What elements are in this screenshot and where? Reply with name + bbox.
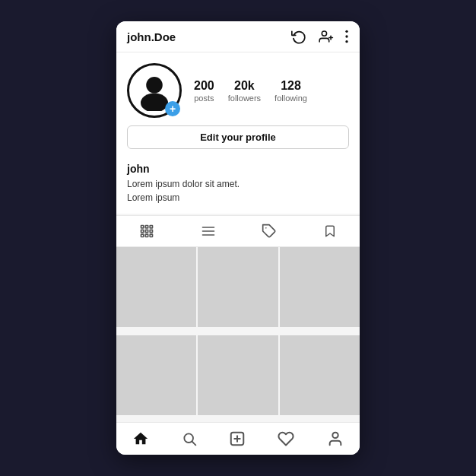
svg-rect-13 [150,230,152,232]
posts-count: 200 [194,78,214,93]
tab-tag[interactable] [262,224,277,239]
profile-row: + 200 posts 20k followers 128 following [127,63,349,118]
bio-line1: Lorem ipsum dolor sit amet. [127,179,240,189]
grid-cell-4[interactable] [116,335,196,415]
nav-add[interactable] [229,430,246,447]
avatar-wrapper: + [127,63,182,118]
tab-list[interactable] [201,224,216,239]
svg-rect-14 [141,234,144,236]
svg-point-5 [345,40,347,43]
top-bar: john.Doe [116,21,360,52]
grid-cell-3[interactable] [280,247,360,327]
svg-rect-10 [150,226,152,228]
photo-grid [116,247,360,422]
nav-home[interactable] [132,430,149,447]
bio-line2: Lorem ipsum [127,192,179,203]
nav-profile[interactable] [327,430,344,447]
stats-row: 200 posts 20k followers 128 following [194,78,349,102]
username: john.Doe [127,30,176,43]
edit-profile-button[interactable]: Edit your profile [127,125,349,149]
svg-rect-11 [141,230,144,232]
posts-label: posts [194,94,214,103]
nav-likes[interactable] [278,430,294,447]
following-stat: 128 following [274,78,307,102]
grid-cell-2[interactable] [198,247,278,327]
followers-label: followers [228,94,261,103]
grid-cell-6[interactable] [280,335,360,415]
svg-point-4 [345,35,347,37]
bio-section: john Lorem ipsum dolor sit amet. Lorem i… [116,157,360,214]
profile-section: + 200 posts 20k followers 128 following … [116,52,360,157]
followers-stat: 20k followers [228,78,261,102]
top-bar-icons [291,29,349,44]
svg-point-7 [141,94,168,111]
add-photo-button[interactable]: + [165,101,180,116]
svg-point-6 [146,77,163,94]
tab-bookmark[interactable] [323,224,337,239]
svg-rect-16 [150,234,152,236]
svg-point-3 [345,30,347,33]
svg-point-26 [332,433,338,438]
svg-line-22 [192,442,195,446]
svg-rect-9 [146,226,148,228]
profile-name: john [127,163,349,175]
tabs-bar [116,215,360,247]
add-user-icon[interactable] [317,29,334,44]
svg-rect-8 [141,226,144,228]
grid-cell-5[interactable] [198,335,278,415]
history-icon[interactable] [291,29,306,44]
followers-count: 20k [234,78,255,93]
following-label: following [274,94,307,103]
svg-rect-15 [146,234,148,236]
posts-stat: 200 posts [194,78,214,102]
phone-frame: john.Doe [116,21,360,455]
grid-cell-1[interactable] [116,247,196,327]
svg-point-0 [322,31,326,36]
more-icon[interactable] [344,29,349,44]
following-count: 128 [281,78,301,93]
nav-search[interactable] [182,431,197,446]
bio-text: Lorem ipsum dolor sit amet. Lorem ipsum [127,177,349,205]
bottom-nav [116,422,360,455]
tab-grid[interactable] [139,224,154,239]
svg-rect-12 [146,230,148,232]
